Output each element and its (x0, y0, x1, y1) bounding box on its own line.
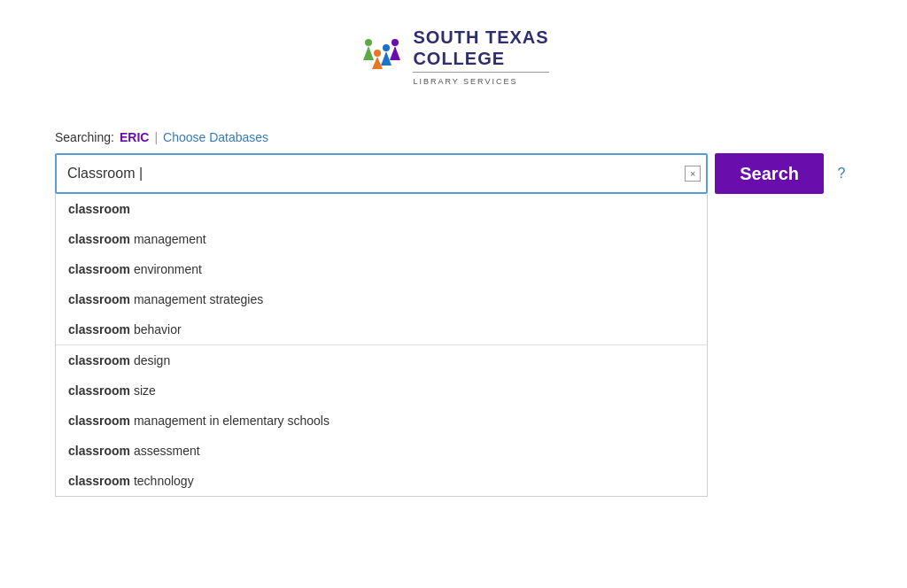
autocomplete-item[interactable]: classroom management in elementary schoo… (56, 406, 707, 436)
eric-link[interactable]: ERIC (120, 130, 149, 144)
search-row: × Search ? (55, 153, 852, 194)
clear-button[interactable]: × (685, 166, 701, 182)
svg-point-6 (391, 39, 399, 46)
logo-subtitle: Library Services (413, 77, 548, 86)
autocomplete-item[interactable]: classroom management (56, 224, 707, 254)
svg-point-4 (383, 44, 390, 51)
separator: | (154, 130, 158, 144)
searching-label: Searching: (55, 130, 114, 144)
search-label-row: Searching: ERIC | Choose Databases (55, 130, 852, 144)
logo-icon (358, 34, 404, 80)
search-section: Searching: ERIC | Choose Databases × Sea… (28, 130, 879, 497)
svg-point-2 (374, 50, 381, 57)
autocomplete-item[interactable]: classroom assessment (56, 436, 707, 466)
logo-container: South TexasCollege Library Services (358, 27, 548, 86)
search-input[interactable] (55, 153, 708, 194)
svg-marker-1 (363, 46, 374, 60)
autocomplete-item[interactable]: classroom design (56, 345, 707, 375)
svg-marker-7 (390, 46, 400, 60)
logo-title-line1: South TexasCollege (413, 27, 548, 69)
autocomplete-dropdown: classroomclassroom managementclassroom e… (55, 194, 708, 497)
help-button[interactable]: ? (831, 153, 852, 194)
autocomplete-item[interactable]: classroom size (56, 375, 707, 406)
header: South TexasCollege Library Services (0, 0, 907, 104)
svg-marker-3 (372, 57, 383, 69)
autocomplete-item[interactable]: classroom environment (56, 254, 707, 284)
svg-point-0 (365, 39, 372, 46)
svg-marker-5 (381, 51, 391, 66)
autocomplete-item[interactable]: classroom technology (56, 466, 707, 496)
autocomplete-item[interactable]: classroom management strategies (56, 284, 707, 314)
search-button[interactable]: Search (715, 153, 824, 194)
autocomplete-item[interactable]: classroom behavior (56, 314, 707, 345)
search-input-wrapper: × (55, 153, 708, 194)
choose-databases-link[interactable]: Choose Databases (163, 130, 268, 144)
autocomplete-item[interactable]: classroom (56, 194, 707, 224)
logo-text: South TexasCollege Library Services (413, 27, 548, 86)
